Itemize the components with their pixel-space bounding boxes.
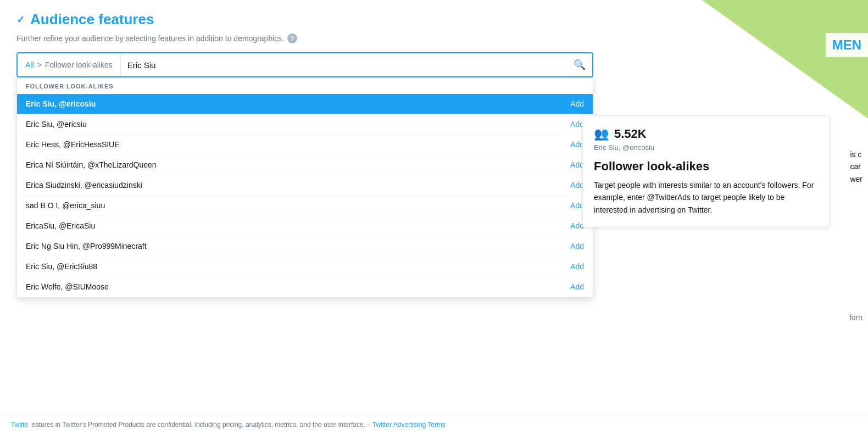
item-name: Eric Hess, @EricHessSIUE [26,140,120,149]
breadcrumb-all[interactable]: All [25,60,34,69]
dropdown-item[interactable]: Eric Siu, @ericsiuAdd [17,114,593,135]
search-input[interactable] [127,60,569,70]
audience-icon: 👥 [594,127,609,141]
search-icon: 🔍 [574,59,586,71]
dropdown-item[interactable]: Eric Wolfe, @SIUMooseAdd [17,277,593,297]
item-name: Eric Ng Siu Hin, @Pro999Minecraft [26,242,147,251]
footer-advertising-terms-link[interactable]: Twitter Advertising Terms [372,421,446,429]
dropdown-category-header: FOLLOWER LOOK-ALIKES [17,77,593,94]
dropdown-item[interactable]: sad B O I, @erica_siuuAdd [17,196,593,216]
help-icon[interactable]: ? [287,34,297,43]
item-add-button[interactable]: Add [570,262,584,271]
breadcrumb-separator: > [37,60,42,69]
item-add-button[interactable]: Add [570,99,584,108]
footer-main-text: eatures in Twitter's Promoted Products a… [31,421,369,429]
item-name: Eric Wolfe, @SIUMoose [26,282,109,291]
item-name: EricaSiu, @EricaSiu [26,221,95,230]
item-name: Erica Siudzinski, @ericasiudzinski [26,181,142,190]
chevron-down-icon: ✓ [16,14,25,26]
dropdown-item[interactable]: Erica Siudzinski, @ericasiudzinskiAdd [17,175,593,196]
search-input-wrapper: 🔍 [121,59,592,71]
main-content: ✓ Audience features Further refine your … [0,0,632,309]
dropdown-item[interactable]: EricaSiu, @EricaSiuAdd [17,216,593,236]
tooltip-account: Eric Siu, @ericosiu [594,143,818,152]
dropdown-item[interactable]: Eric Hess, @EricHessSIUEAdd [17,135,593,155]
item-name: Erica Ní Siúirtáin, @xTheLizardQueen [26,160,157,169]
dropdown-items-list: Eric Siu, @ericosiuAddEric Siu, @ericsiu… [17,94,593,297]
footer-twitter-prefix: Twitte [11,421,28,429]
dropdown-item[interactable]: Erica Ní Siúirtáin, @xTheLizardQueenAdd [17,155,593,175]
tooltip-feature-title: Follower look-alikes [594,159,818,174]
form-partial: forn [849,313,863,322]
item-name: Eric Siu, @EricSiu88 [26,262,97,271]
tooltip-panel: 👥 5.52K Eric Siu, @ericosiu Follower loo… [582,115,830,227]
section-subtitle: Further refine your audience by selectin… [16,34,615,43]
dropdown-item[interactable]: Eric Siu, @ericosiuAdd [17,94,593,114]
dropdown-item[interactable]: Eric Siu, @EricSiu88Add [17,257,593,277]
item-name: Eric Siu, @ericosiu [26,99,96,108]
item-name: Eric Siu, @ericsiu [26,120,87,129]
item-add-button[interactable]: Add [570,282,584,291]
item-add-button[interactable]: Add [570,242,584,251]
breadcrumb: All > Follower look-alikes [18,53,121,76]
subtitle-text: Further refine your audience by selectin… [16,34,284,43]
right-partial-text: is c car wer [850,148,863,185]
breadcrumb-current: Follower look-alikes [45,60,113,69]
tooltip-stats: 👥 5.52K [594,127,818,141]
men-label: MEN [826,33,868,57]
section-header: ✓ Audience features [16,11,615,28]
dropdown-item[interactable]: Eric Ng Siu Hin, @Pro999MinecraftAdd [17,236,593,257]
footer: Twitte eatures in Twitter's Promoted Pro… [0,415,868,434]
chart-decoration [632,0,868,121]
green-triangle [687,0,868,121]
tooltip-description: Target people with interests similar to … [594,179,818,216]
tooltip-count: 5.52K [614,127,647,141]
page-wrapper: MEN is c car wer forn ✓ Audience feature… [0,0,868,434]
search-bar: All > Follower look-alikes 🔍 [16,52,593,77]
section-title: Audience features [30,11,154,28]
dropdown-container: FOLLOWER LOOK-ALIKES Eric Siu, @ericosiu… [16,77,593,298]
item-name: sad B O I, @erica_siuu [26,201,105,210]
